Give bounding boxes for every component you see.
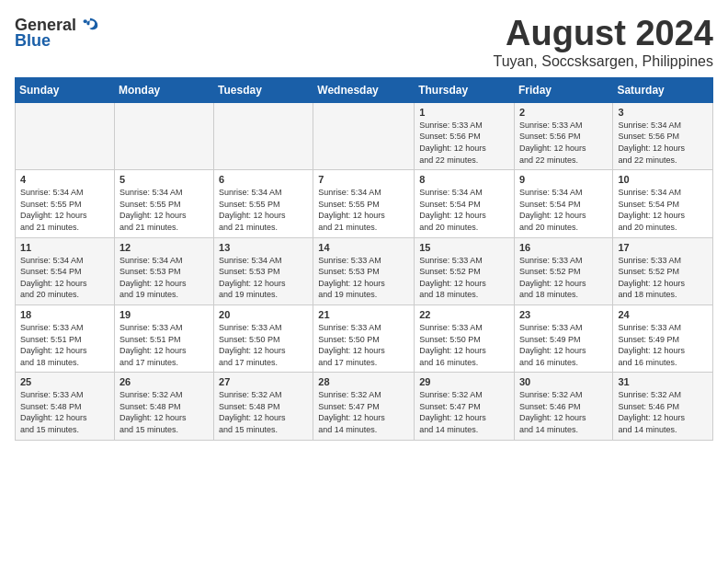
calendar-cell: 9Sunrise: 5:34 AM Sunset: 5:54 PM Daylig…: [514, 170, 612, 237]
calendar-cell: 3Sunrise: 5:34 AM Sunset: 5:56 PM Daylig…: [613, 102, 713, 169]
calendar-cell: [16, 102, 115, 169]
day-number: 26: [119, 376, 209, 387]
day-number: 10: [618, 174, 708, 185]
logo: General Blue: [15, 15, 100, 51]
day-number: 17: [618, 242, 708, 253]
day-info: Sunrise: 5:34 AM Sunset: 5:56 PM Dayligh…: [618, 120, 708, 166]
weekday-header-row: SundayMondayTuesdayWednesdayThursdayFrid…: [16, 77, 713, 102]
day-number: 15: [419, 242, 509, 253]
calendar-cell: [114, 102, 213, 169]
weekday-header-saturday: Saturday: [613, 77, 713, 102]
calendar-cell: 7Sunrise: 5:34 AM Sunset: 5:55 PM Daylig…: [313, 170, 415, 237]
day-number: 11: [20, 242, 109, 253]
day-info: Sunrise: 5:33 AM Sunset: 5:50 PM Dayligh…: [419, 322, 509, 368]
day-number: 4: [20, 174, 109, 185]
weekday-header-monday: Monday: [114, 77, 213, 102]
calendar-cell: [214, 102, 313, 169]
calendar-cell: 13Sunrise: 5:34 AM Sunset: 5:53 PM Dayli…: [214, 237, 313, 304]
day-number: 6: [219, 174, 308, 185]
week-row-2: 4Sunrise: 5:34 AM Sunset: 5:55 PM Daylig…: [16, 170, 713, 237]
day-info: Sunrise: 5:34 AM Sunset: 5:55 PM Dayligh…: [219, 187, 308, 233]
calendar-cell: 25Sunrise: 5:33 AM Sunset: 5:48 PM Dayli…: [16, 373, 115, 440]
week-row-1: 1Sunrise: 5:33 AM Sunset: 5:56 PM Daylig…: [16, 102, 713, 169]
day-info: Sunrise: 5:34 AM Sunset: 5:54 PM Dayligh…: [419, 187, 509, 233]
week-row-3: 11Sunrise: 5:34 AM Sunset: 5:54 PM Dayli…: [16, 237, 713, 304]
day-info: Sunrise: 5:32 AM Sunset: 5:48 PM Dayligh…: [219, 389, 308, 435]
title-block: August 2024 Tuyan, Soccsksargen, Philipp…: [493, 15, 713, 70]
day-number: 13: [219, 242, 308, 253]
calendar-cell: 15Sunrise: 5:33 AM Sunset: 5:52 PM Dayli…: [415, 237, 515, 304]
day-info: Sunrise: 5:33 AM Sunset: 5:52 PM Dayligh…: [618, 255, 708, 301]
day-info: Sunrise: 5:32 AM Sunset: 5:48 PM Dayligh…: [119, 389, 209, 435]
day-info: Sunrise: 5:34 AM Sunset: 5:54 PM Dayligh…: [618, 187, 708, 233]
calendar-cell: 5Sunrise: 5:34 AM Sunset: 5:55 PM Daylig…: [114, 170, 213, 237]
calendar-cell: 18Sunrise: 5:33 AM Sunset: 5:51 PM Dayli…: [16, 304, 115, 372]
day-info: Sunrise: 5:32 AM Sunset: 5:47 PM Dayligh…: [318, 389, 409, 435]
week-row-4: 18Sunrise: 5:33 AM Sunset: 5:51 PM Dayli…: [16, 304, 713, 372]
calendar-cell: 8Sunrise: 5:34 AM Sunset: 5:54 PM Daylig…: [415, 170, 515, 237]
day-info: Sunrise: 5:33 AM Sunset: 5:52 PM Dayligh…: [419, 255, 509, 301]
day-info: Sunrise: 5:33 AM Sunset: 5:52 PM Dayligh…: [519, 255, 608, 301]
day-info: Sunrise: 5:34 AM Sunset: 5:55 PM Dayligh…: [318, 187, 409, 233]
day-number: 21: [318, 309, 409, 320]
calendar-cell: 28Sunrise: 5:32 AM Sunset: 5:47 PM Dayli…: [313, 373, 415, 440]
day-info: Sunrise: 5:34 AM Sunset: 5:53 PM Dayligh…: [119, 255, 209, 301]
day-number: 3: [618, 107, 708, 118]
day-number: 23: [519, 309, 608, 320]
day-info: Sunrise: 5:32 AM Sunset: 5:46 PM Dayligh…: [618, 389, 708, 435]
day-number: 12: [119, 242, 209, 253]
calendar-cell: 19Sunrise: 5:33 AM Sunset: 5:51 PM Dayli…: [114, 304, 213, 372]
day-info: Sunrise: 5:33 AM Sunset: 5:53 PM Dayligh…: [318, 255, 409, 301]
day-info: Sunrise: 5:34 AM Sunset: 5:55 PM Dayligh…: [20, 187, 109, 233]
day-info: Sunrise: 5:34 AM Sunset: 5:55 PM Dayligh…: [119, 187, 209, 233]
day-info: Sunrise: 5:34 AM Sunset: 5:54 PM Dayligh…: [20, 255, 109, 301]
day-number: 24: [618, 309, 708, 320]
day-info: Sunrise: 5:33 AM Sunset: 5:50 PM Dayligh…: [318, 322, 409, 368]
weekday-header-sunday: Sunday: [16, 77, 115, 102]
day-number: 1: [419, 107, 509, 118]
day-info: Sunrise: 5:33 AM Sunset: 5:48 PM Dayligh…: [20, 389, 109, 435]
location-title: Tuyan, Soccsksargen, Philippines: [493, 53, 713, 70]
day-info: Sunrise: 5:33 AM Sunset: 5:49 PM Dayligh…: [618, 322, 708, 368]
day-info: Sunrise: 5:33 AM Sunset: 5:51 PM Dayligh…: [119, 322, 209, 368]
day-number: 5: [119, 174, 209, 185]
day-info: Sunrise: 5:32 AM Sunset: 5:46 PM Dayligh…: [519, 389, 608, 435]
day-number: 25: [20, 376, 109, 387]
day-number: 9: [519, 174, 608, 185]
weekday-header-tuesday: Tuesday: [214, 77, 313, 102]
calendar-cell: 1Sunrise: 5:33 AM Sunset: 5:56 PM Daylig…: [415, 102, 515, 169]
calendar-cell: 30Sunrise: 5:32 AM Sunset: 5:46 PM Dayli…: [514, 373, 612, 440]
day-info: Sunrise: 5:32 AM Sunset: 5:47 PM Dayligh…: [419, 389, 509, 435]
day-number: 18: [20, 309, 109, 320]
calendar-cell: 31Sunrise: 5:32 AM Sunset: 5:46 PM Dayli…: [613, 373, 713, 440]
day-number: 19: [119, 309, 209, 320]
logo-bird-icon: [80, 15, 100, 35]
calendar-cell: 23Sunrise: 5:33 AM Sunset: 5:49 PM Dayli…: [514, 304, 612, 372]
day-number: 31: [618, 376, 708, 387]
logo-blue-text: Blue: [15, 31, 51, 51]
calendar-cell: 12Sunrise: 5:34 AM Sunset: 5:53 PM Dayli…: [114, 237, 213, 304]
calendar-table: SundayMondayTuesdayWednesdayThursdayFrid…: [15, 77, 713, 441]
day-info: Sunrise: 5:33 AM Sunset: 5:56 PM Dayligh…: [519, 120, 608, 166]
week-row-5: 25Sunrise: 5:33 AM Sunset: 5:48 PM Dayli…: [16, 373, 713, 440]
weekday-header-friday: Friday: [514, 77, 612, 102]
day-info: Sunrise: 5:33 AM Sunset: 5:49 PM Dayligh…: [519, 322, 608, 368]
calendar-cell: 22Sunrise: 5:33 AM Sunset: 5:50 PM Dayli…: [415, 304, 515, 372]
day-number: 14: [318, 242, 409, 253]
day-number: 28: [318, 376, 409, 387]
calendar-cell: 10Sunrise: 5:34 AM Sunset: 5:54 PM Dayli…: [613, 170, 713, 237]
month-title: August 2024: [493, 15, 713, 53]
calendar-cell: 21Sunrise: 5:33 AM Sunset: 5:50 PM Dayli…: [313, 304, 415, 372]
calendar-cell: 11Sunrise: 5:34 AM Sunset: 5:54 PM Dayli…: [16, 237, 115, 304]
calendar-cell: 27Sunrise: 5:32 AM Sunset: 5:48 PM Dayli…: [214, 373, 313, 440]
day-number: 8: [419, 174, 509, 185]
calendar-cell: 26Sunrise: 5:32 AM Sunset: 5:48 PM Dayli…: [114, 373, 213, 440]
calendar-cell: 17Sunrise: 5:33 AM Sunset: 5:52 PM Dayli…: [613, 237, 713, 304]
calendar-cell: 2Sunrise: 5:33 AM Sunset: 5:56 PM Daylig…: [514, 102, 612, 169]
calendar-cell: 14Sunrise: 5:33 AM Sunset: 5:53 PM Dayli…: [313, 237, 415, 304]
calendar-cell: 24Sunrise: 5:33 AM Sunset: 5:49 PM Dayli…: [613, 304, 713, 372]
calendar-cell: [313, 102, 415, 169]
day-number: 29: [419, 376, 509, 387]
day-number: 16: [519, 242, 608, 253]
page-header: General Blue August 2024 Tuyan, Soccsksa…: [15, 15, 713, 70]
